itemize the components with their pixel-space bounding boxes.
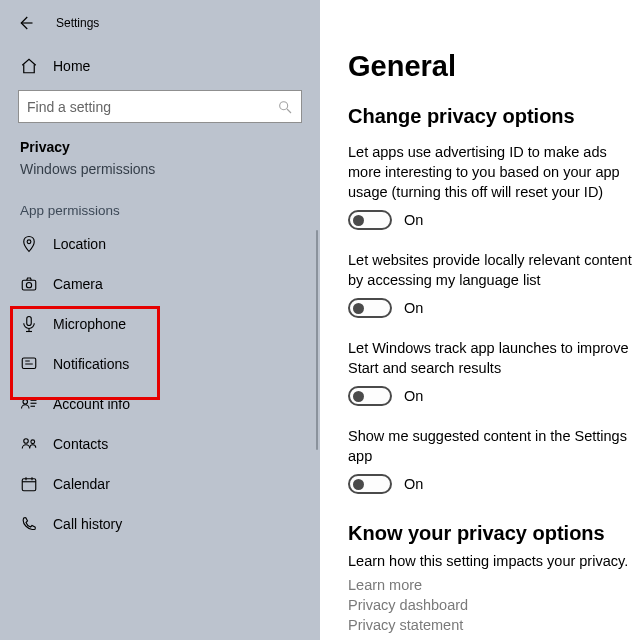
sidebar-item-label: Location: [53, 236, 106, 252]
sidebar-subsection[interactable]: Windows permissions: [0, 161, 320, 193]
svg-point-14: [24, 439, 29, 444]
search-icon: [277, 99, 293, 115]
link-privacy-statement[interactable]: Privacy statement: [348, 615, 640, 635]
location-icon: [20, 235, 38, 253]
sidebar-item-location[interactable]: Location: [0, 224, 320, 264]
nav-home-label: Home: [53, 58, 90, 74]
setting-desc: Let websites provide locally relevant co…: [348, 250, 640, 290]
microphone-icon: [20, 315, 38, 333]
sidebar-item-notifications[interactable]: Notifications: [0, 344, 320, 384]
svg-point-3: [27, 240, 31, 244]
svg-line-2: [287, 109, 291, 113]
sidebar-item-camera[interactable]: Camera: [0, 264, 320, 304]
setting-desc: Let apps use advertising ID to make ads …: [348, 142, 640, 202]
sidebar-item-microphone[interactable]: Microphone: [0, 304, 320, 344]
setting-track-launches: Let Windows track app launches to improv…: [348, 338, 640, 406]
camera-icon: [20, 275, 38, 293]
sidebar-item-contacts[interactable]: Contacts: [0, 424, 320, 464]
link-learn-more[interactable]: Learn more: [348, 575, 640, 595]
sidebar-item-label: Account info: [53, 396, 130, 412]
svg-point-10: [23, 400, 28, 405]
svg-rect-16: [22, 479, 36, 491]
svg-point-5: [26, 283, 31, 288]
account-info-icon: [20, 395, 38, 413]
sidebar: Settings Home: [0, 0, 320, 640]
window-title: Settings: [56, 16, 99, 30]
sidebar-item-calendar[interactable]: Calendar: [0, 464, 320, 504]
svg-rect-6: [27, 317, 32, 326]
know-heading: Know your privacy options: [348, 522, 640, 545]
know-desc: Learn how this setting impacts your priv…: [348, 553, 640, 569]
home-icon: [20, 57, 38, 75]
nav-home[interactable]: Home: [0, 46, 320, 86]
setting-language-list: Let websites provide locally relevant co…: [348, 250, 640, 318]
search-input-field[interactable]: [27, 99, 277, 115]
toggle-suggested-content[interactable]: [348, 474, 392, 494]
section-heading: Change privacy options: [348, 105, 640, 128]
calendar-icon: [20, 475, 38, 493]
search-input[interactable]: [18, 90, 302, 123]
toggle-ad-id[interactable]: [348, 210, 392, 230]
svg-rect-9: [22, 358, 36, 369]
toggle-track-launches[interactable]: [348, 386, 392, 406]
svg-point-15: [31, 440, 35, 444]
toggle-state-label: On: [404, 300, 423, 316]
sidebar-section-title: Privacy: [0, 137, 320, 161]
sidebar-item-label: Contacts: [53, 436, 108, 452]
page-title: General: [348, 50, 640, 83]
contacts-icon: [20, 435, 38, 453]
sidebar-item-label: Camera: [53, 276, 103, 292]
back-icon[interactable]: [16, 14, 34, 32]
sidebar-item-label: Calendar: [53, 476, 110, 492]
toggle-state-label: On: [404, 388, 423, 404]
sidebar-item-label: Notifications: [53, 356, 129, 372]
toggle-state-label: On: [404, 212, 423, 228]
svg-rect-4: [22, 280, 36, 290]
sidebar-item-account-info[interactable]: Account info: [0, 384, 320, 424]
setting-suggested-content: Show me suggested content in the Setting…: [348, 426, 640, 494]
toggle-state-label: On: [404, 476, 423, 492]
call-history-icon: [20, 515, 38, 533]
main-content: General Change privacy options Let apps …: [320, 0, 640, 640]
sidebar-item-label: Call history: [53, 516, 122, 532]
setting-desc: Show me suggested content in the Setting…: [348, 426, 640, 466]
sidebar-scrollbar[interactable]: [316, 230, 318, 450]
sidebar-item-call-history[interactable]: Call history: [0, 504, 320, 544]
setting-desc: Let Windows track app launches to improv…: [348, 338, 640, 378]
notifications-icon: [20, 355, 38, 373]
know-privacy-section: Know your privacy options Learn how this…: [348, 522, 640, 635]
setting-ad-id: Let apps use advertising ID to make ads …: [348, 142, 640, 230]
svg-point-1: [280, 101, 288, 109]
link-privacy-dashboard[interactable]: Privacy dashboard: [348, 595, 640, 615]
sidebar-group-label: App permissions: [0, 193, 320, 224]
toggle-language-list[interactable]: [348, 298, 392, 318]
sidebar-item-label: Microphone: [53, 316, 126, 332]
